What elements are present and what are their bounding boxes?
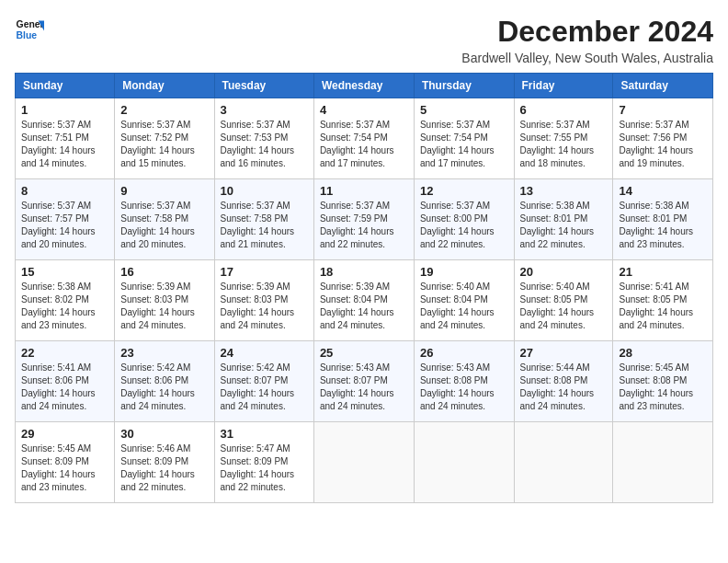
daylight-minutes: and 17 minutes. — [320, 158, 385, 168]
sunrise-label: Sunrise: 5:45 AM — [21, 443, 91, 454]
calendar-cell: 3 Sunrise: 5:37 AM Sunset: 7:53 PM Dayli… — [214, 98, 313, 179]
day-number: 7 — [619, 103, 707, 117]
day-number: 12 — [420, 184, 508, 198]
sunset-label: Sunset: 8:06 PM — [120, 375, 188, 385]
daylight-label: Daylight: 14 hours — [221, 307, 295, 317]
sunrise-label: Sunrise: 5:42 AM — [221, 362, 290, 373]
calendar-table: Sunday Monday Tuesday Wednesday Thursday… — [15, 73, 713, 503]
day-detail: Sunrise: 5:37 AM Sunset: 7:59 PM Dayligh… — [320, 200, 408, 251]
sunset-label: Sunset: 8:08 PM — [520, 375, 588, 385]
sunset-label: Sunset: 8:01 PM — [520, 213, 588, 224]
daylight-minutes: and 22 minutes. — [221, 482, 286, 492]
calendar-cell: 28 Sunrise: 5:45 AM Sunset: 8:08 PM Dayl… — [613, 341, 713, 422]
daylight-label: Daylight: 14 hours — [520, 145, 595, 155]
daylight-minutes: and 22 minutes. — [320, 239, 385, 249]
sunrise-label: Sunrise: 5:43 AM — [320, 362, 390, 373]
daylight-minutes: and 24 minutes. — [520, 401, 586, 411]
sunrise-label: Sunrise: 5:38 AM — [520, 201, 590, 211]
title-block: December 2024 Bardwell Valley, New South… — [461, 15, 713, 65]
daylight-label: Daylight: 14 hours — [619, 307, 693, 317]
day-detail: Sunrise: 5:45 AM Sunset: 8:09 PM Dayligh… — [21, 442, 108, 494]
day-detail: Sunrise: 5:46 AM Sunset: 8:09 PM Dayligh… — [120, 442, 208, 494]
daylight-minutes: and 24 minutes. — [320, 401, 385, 411]
calendar-cell: 15 Sunrise: 5:38 AM Sunset: 8:02 PM Dayl… — [16, 260, 115, 341]
sunset-label: Sunset: 7:57 PM — [21, 213, 89, 224]
month-title: December 2024 — [461, 15, 713, 49]
day-number: 13 — [520, 184, 608, 198]
sunrise-label: Sunrise: 5:37 AM — [320, 120, 390, 130]
day-number: 30 — [120, 427, 208, 441]
daylight-minutes: and 23 minutes. — [21, 482, 86, 492]
daylight-minutes: and 24 minutes. — [120, 320, 186, 330]
sunset-label: Sunset: 7:55 PM — [520, 132, 588, 143]
day-number: 11 — [320, 184, 408, 198]
daylight-minutes: and 24 minutes. — [120, 401, 186, 411]
day-detail: Sunrise: 5:37 AM Sunset: 7:56 PM Dayligh… — [619, 119, 707, 170]
day-number: 24 — [221, 346, 308, 360]
header-thursday: Thursday — [414, 74, 514, 98]
sunrise-label: Sunrise: 5:39 AM — [320, 282, 390, 292]
sunset-label: Sunset: 7:56 PM — [619, 132, 687, 143]
calendar-cell: 1 Sunrise: 5:37 AM Sunset: 7:51 PM Dayli… — [16, 98, 115, 179]
day-detail: Sunrise: 5:43 AM Sunset: 8:08 PM Dayligh… — [420, 362, 508, 413]
day-detail: Sunrise: 5:37 AM Sunset: 7:55 PM Dayligh… — [520, 119, 608, 170]
day-detail: Sunrise: 5:37 AM Sunset: 7:57 PM Dayligh… — [21, 200, 108, 251]
day-detail: Sunrise: 5:37 AM Sunset: 7:53 PM Dayligh… — [221, 119, 308, 170]
day-detail: Sunrise: 5:38 AM Sunset: 8:01 PM Dayligh… — [619, 200, 707, 251]
daylight-minutes: and 24 minutes. — [520, 320, 586, 330]
day-number: 28 — [619, 346, 707, 360]
sunrise-label: Sunrise: 5:37 AM — [420, 201, 490, 211]
day-detail: Sunrise: 5:40 AM Sunset: 8:05 PM Dayligh… — [520, 281, 608, 332]
day-detail: Sunrise: 5:37 AM Sunset: 7:58 PM Dayligh… — [221, 200, 308, 251]
daylight-minutes: and 19 minutes. — [619, 158, 684, 168]
sunrise-label: Sunrise: 5:40 AM — [520, 282, 590, 292]
day-number: 26 — [420, 346, 508, 360]
day-number: 29 — [21, 427, 108, 441]
sunrise-label: Sunrise: 5:37 AM — [21, 201, 91, 211]
sunrise-label: Sunrise: 5:37 AM — [221, 120, 290, 130]
day-number: 25 — [320, 346, 408, 360]
sunset-label: Sunset: 8:05 PM — [520, 294, 588, 304]
daylight-minutes: and 21 minutes. — [221, 239, 286, 249]
header-friday: Friday — [514, 74, 613, 98]
daylight-label: Daylight: 14 hours — [120, 469, 195, 479]
day-number: 27 — [520, 346, 608, 360]
day-number: 14 — [619, 184, 707, 198]
day-detail: Sunrise: 5:40 AM Sunset: 8:04 PM Dayligh… — [420, 281, 508, 332]
daylight-label: Daylight: 14 hours — [221, 388, 295, 398]
calendar-cell: 5 Sunrise: 5:37 AM Sunset: 7:54 PM Dayli… — [414, 98, 514, 179]
calendar-cell: 30 Sunrise: 5:46 AM Sunset: 8:09 PM Dayl… — [115, 422, 214, 503]
daylight-minutes: and 20 minutes. — [21, 239, 86, 249]
sunrise-label: Sunrise: 5:38 AM — [619, 201, 688, 211]
sunset-label: Sunset: 8:07 PM — [320, 375, 388, 385]
daylight-minutes: and 24 minutes. — [221, 320, 286, 330]
calendar-cell: 24 Sunrise: 5:42 AM Sunset: 8:07 PM Dayl… — [214, 341, 313, 422]
daylight-label: Daylight: 14 hours — [221, 145, 295, 155]
sunset-label: Sunset: 8:05 PM — [619, 294, 687, 304]
calendar-cell: 12 Sunrise: 5:37 AM Sunset: 8:00 PM Dayl… — [414, 179, 514, 260]
day-number: 18 — [320, 265, 408, 279]
sunset-label: Sunset: 7:54 PM — [420, 132, 488, 143]
day-detail: Sunrise: 5:37 AM Sunset: 7:51 PM Dayligh… — [21, 119, 108, 170]
daylight-minutes: and 22 minutes. — [520, 239, 586, 249]
daylight-label: Daylight: 14 hours — [21, 145, 96, 155]
daylight-label: Daylight: 14 hours — [120, 388, 195, 398]
daylight-label: Daylight: 14 hours — [320, 388, 394, 398]
sunset-label: Sunset: 8:02 PM — [21, 294, 89, 304]
calendar-cell: 22 Sunrise: 5:41 AM Sunset: 8:06 PM Dayl… — [16, 341, 115, 422]
daylight-minutes: and 24 minutes. — [221, 401, 286, 411]
header-sunday: Sunday — [16, 74, 115, 98]
calendar-cell: 18 Sunrise: 5:39 AM Sunset: 8:04 PM Dayl… — [313, 260, 414, 341]
calendar-cell: 7 Sunrise: 5:37 AM Sunset: 7:56 PM Dayli… — [613, 98, 713, 179]
day-detail: Sunrise: 5:43 AM Sunset: 8:07 PM Dayligh… — [320, 362, 408, 413]
calendar-cell: 23 Sunrise: 5:42 AM Sunset: 8:06 PM Dayl… — [115, 341, 214, 422]
day-detail: Sunrise: 5:41 AM Sunset: 8:05 PM Dayligh… — [619, 281, 707, 332]
sunset-label: Sunset: 8:07 PM — [221, 375, 289, 385]
calendar-cell: 16 Sunrise: 5:39 AM Sunset: 8:03 PM Dayl… — [115, 260, 214, 341]
daylight-label: Daylight: 14 hours — [120, 145, 195, 155]
daylight-label: Daylight: 14 hours — [21, 469, 96, 479]
daylight-minutes: and 24 minutes. — [420, 401, 485, 411]
daylight-minutes: and 24 minutes. — [320, 320, 385, 330]
sunrise-label: Sunrise: 5:37 AM — [120, 120, 190, 130]
sunset-label: Sunset: 7:54 PM — [320, 132, 388, 143]
